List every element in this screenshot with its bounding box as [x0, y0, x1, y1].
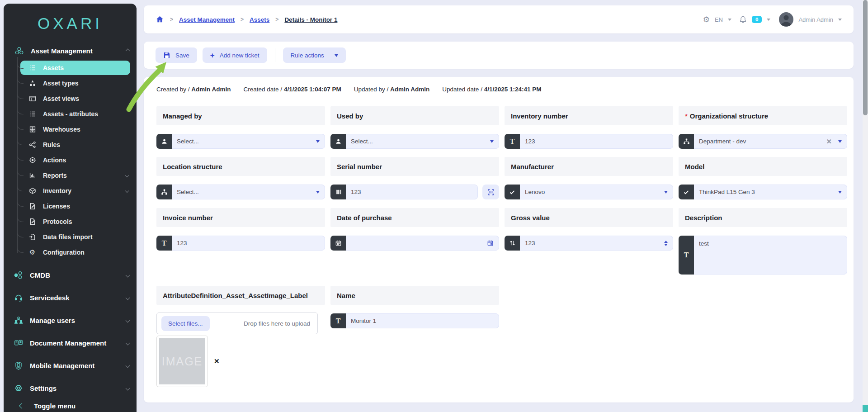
breadcrumb-separator	[241, 16, 244, 23]
field-label: Date of purchase	[330, 208, 499, 227]
image-placeholder: IMAGE	[159, 338, 205, 384]
document-edit-icon	[28, 218, 36, 226]
sidebar-item-assets-attributes[interactable]: Assets - attributes	[4, 106, 137, 122]
avatar[interactable]	[779, 12, 793, 27]
inventory-number-input[interactable]: T 123	[505, 134, 673, 149]
chevron-down-icon[interactable]	[490, 140, 494, 145]
image-thumbnail[interactable]: IMAGE	[156, 336, 208, 387]
select-files-button[interactable]: Select files...	[161, 316, 210, 331]
chevron-down-icon	[126, 318, 130, 322]
sidebar-item-rules[interactable]: Rules	[4, 137, 137, 152]
clear-icon[interactable]: ✕	[826, 138, 832, 145]
rule-actions-button[interactable]: Rule actions	[283, 47, 346, 63]
chevron-down-icon	[125, 174, 129, 177]
sidebar-section-mobile-management[interactable]: Mobile Management	[4, 354, 137, 377]
chevron-down-icon[interactable]	[767, 19, 770, 23]
created-by-value: Admin Admin	[191, 86, 231, 93]
gear-icon[interactable]: ⚙	[703, 15, 710, 24]
field-label: Location structure	[156, 157, 325, 176]
home-icon[interactable]	[156, 15, 164, 24]
location-structure-select[interactable]: Select...	[156, 185, 325, 199]
invoice-number-input[interactable]: T 123	[156, 236, 325, 251]
user-name[interactable]: Admin Admin	[798, 16, 833, 23]
required-mark: *	[685, 112, 688, 120]
chevron-down-icon	[335, 54, 338, 59]
scroll-corner-accent	[863, 405, 868, 412]
sidebar-section-manage-users[interactable]: Manage users	[4, 309, 137, 331]
chevron-down-icon[interactable]	[728, 19, 731, 23]
chevron-down-icon[interactable]	[664, 191, 668, 195]
sidebar-item-assets[interactable]: Assets	[20, 61, 130, 75]
hexagon-cluster-icon	[14, 270, 24, 279]
date-of-purchase-input[interactable]	[330, 236, 499, 251]
scrollbar-thumb[interactable]	[863, 0, 868, 115]
sidebar-item-actions[interactable]: Actions	[4, 152, 137, 168]
share-nodes-icon	[28, 141, 36, 149]
chevron-down-icon[interactable]	[316, 140, 320, 145]
save-button[interactable]: Save	[156, 47, 197, 63]
chevron-down-icon[interactable]	[838, 19, 842, 23]
sidebar-item-inventory[interactable]: Inventory	[4, 183, 137, 199]
document-edit-icon	[28, 203, 36, 210]
sidebar-item-asset-types[interactable]: Asset types	[4, 76, 137, 91]
check-icon	[505, 185, 520, 199]
toolbar: Save + Add new ticket Rule actions	[144, 42, 854, 69]
sidebar-item-licenses[interactable]: Licenses	[4, 199, 137, 214]
barcode-scan-button[interactable]	[482, 185, 499, 199]
remove-file-icon[interactable]: ✕	[214, 357, 220, 365]
text-T-icon: T	[679, 236, 694, 275]
serial-number-input[interactable]: 123	[346, 185, 478, 199]
manufacturer-select[interactable]: Lenovo	[505, 185, 673, 199]
chevron-down-icon	[126, 341, 130, 345]
gross-value-input[interactable]: 123	[505, 236, 673, 251]
building-icon	[28, 126, 36, 133]
field-label: Model	[679, 157, 847, 176]
mobile-icon	[14, 361, 24, 370]
field-organizational-structure: * Organizational structure Department - …	[679, 106, 847, 149]
toggle-menu-button[interactable]: Toggle menu	[4, 399, 137, 412]
sidebar-group-asset-management[interactable]: Asset Management	[4, 43, 137, 58]
description-textarea[interactable]: T test	[679, 236, 847, 275]
add-new-ticket-button[interactable]: + Add new ticket	[203, 47, 267, 63]
sidebar-section-document-management[interactable]: Document Management	[4, 331, 137, 354]
sidebar-item-configuration[interactable]: ⚙ Configuration	[4, 245, 137, 260]
sidebar-tree: Assets Asset types Asset views Assets - …	[4, 61, 137, 260]
sidebar-item-asset-views[interactable]: Asset views	[4, 91, 137, 106]
field-label: Manufacturer	[505, 157, 673, 176]
chevron-down-icon	[126, 386, 130, 390]
sidebar-item-reports[interactable]: Reports	[4, 168, 137, 183]
top-bar: Asset Management Assets Details - Monito…	[144, 5, 854, 33]
chevron-down-icon[interactable]	[316, 191, 320, 195]
updated-by-value: Admin Admin	[390, 86, 429, 93]
name-input[interactable]: T Monitor 1	[330, 313, 499, 328]
sidebar-section-settings[interactable]: Settings	[4, 377, 137, 399]
language-selector[interactable]: EN	[715, 16, 723, 23]
uploaded-file-row: IMAGE ✕	[156, 336, 325, 387]
bell-icon[interactable]	[739, 15, 747, 24]
target-icon	[28, 156, 36, 164]
sidebar-item-warehouses[interactable]: Warehouses	[4, 122, 137, 137]
breadcrumb-link-assets[interactable]: Assets	[250, 16, 269, 23]
sidebar-section-servicedesk[interactable]: Servicedesk	[4, 286, 137, 309]
sidebar-group-label: Asset Management	[31, 47, 93, 55]
number-stepper[interactable]	[664, 239, 668, 248]
field-gross-value: Gross value 123	[505, 208, 673, 275]
sidebar-item-protocols[interactable]: Protocols	[4, 214, 137, 229]
breadcrumb-link-asset-management[interactable]: Asset Management	[179, 16, 235, 23]
used-by-select[interactable]: Select...	[330, 134, 499, 149]
breadcrumb-separator	[170, 16, 173, 23]
file-dropzone[interactable]: Select files... Drop files here to uploa…	[156, 313, 318, 334]
field-label: Used by	[330, 106, 499, 125]
chevron-down-icon[interactable]	[838, 140, 842, 145]
managed-by-select[interactable]: Select...	[156, 134, 325, 149]
field-label: Serial number	[330, 157, 499, 176]
user-icon	[330, 134, 346, 149]
gear-hexagon-icon	[14, 384, 24, 393]
model-select[interactable]: ThinkPad L15 Gen 3	[679, 185, 847, 199]
chevron-down-icon[interactable]	[838, 191, 842, 195]
sidebar-section-cmdb[interactable]: CMDB	[4, 264, 137, 286]
calendar-picker-icon[interactable]	[487, 240, 494, 246]
organizational-structure-select[interactable]: Department - dev✕	[679, 134, 847, 149]
sidebar-item-data-files-import[interactable]: Data files import	[4, 229, 137, 245]
breadcrumb: Asset Management Assets Details - Monito…	[156, 15, 337, 24]
